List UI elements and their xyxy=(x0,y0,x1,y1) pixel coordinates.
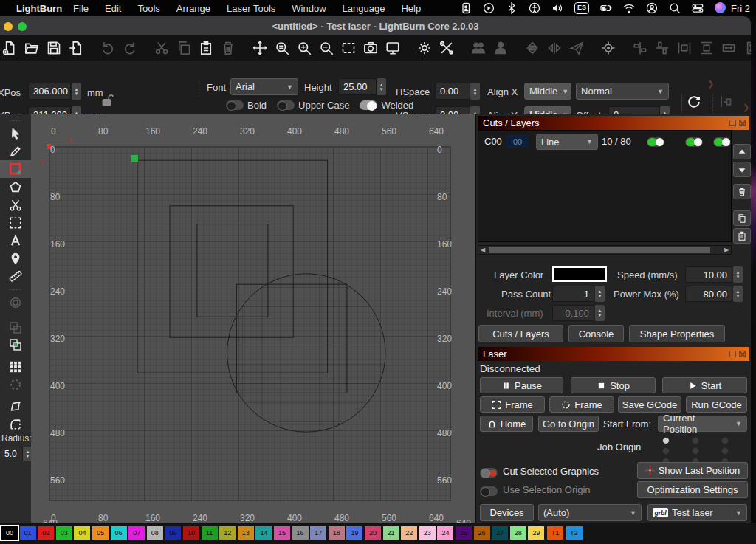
tool-round-corners[interactable] xyxy=(0,416,31,433)
palette-swatch-00[interactable]: 00 xyxy=(1,526,18,540)
palette-swatch-29[interactable]: 29 xyxy=(528,526,544,540)
tool-grid-array[interactable] xyxy=(0,358,31,376)
height-field[interactable]: 25.00 xyxy=(338,78,377,95)
home-button[interactable]: Home xyxy=(480,416,533,432)
menu-item-file[interactable]: File xyxy=(65,3,97,14)
frame-selection-button[interactable] xyxy=(339,39,357,58)
interval-field[interactable]: 0.100 xyxy=(552,305,594,321)
palette-swatch-09[interactable]: 09 xyxy=(165,526,181,540)
palette-swatch-28[interactable]: 28 xyxy=(510,526,526,540)
float-panel-icon[interactable] xyxy=(729,351,736,357)
toolbar-overflow-icon[interactable]: ❯ xyxy=(743,103,749,112)
scrollbar-thumb[interactable] xyxy=(489,247,710,253)
close-panel-icon[interactable] xyxy=(739,351,746,357)
input-source-icon[interactable]: ES xyxy=(574,2,589,14)
layer-delete-button[interactable] xyxy=(733,184,751,199)
canvas-circle[interactable] xyxy=(227,274,385,432)
palette-swatch-27[interactable]: 27 xyxy=(492,526,508,540)
palette-swatch-06[interactable]: 06 xyxy=(111,526,127,540)
tool-snip[interactable] xyxy=(0,196,31,214)
menu-item-arrange[interactable]: Arrange xyxy=(168,3,219,14)
tool-draw-polygon[interactable] xyxy=(0,179,31,196)
job-origin-radio-1-2[interactable] xyxy=(721,447,729,455)
job-origin-radio-0-2[interactable] xyxy=(721,437,729,444)
palette-swatch-19[interactable]: 19 xyxy=(346,526,362,540)
palette-swatch-15[interactable]: 15 xyxy=(274,526,290,540)
menu-item-laser-tools[interactable]: Laser Tools xyxy=(219,3,284,14)
device-settings-button[interactable] xyxy=(415,39,433,58)
tool-shape-warp[interactable] xyxy=(0,398,31,416)
set-origin-button[interactable] xyxy=(599,39,617,58)
wifi-icon[interactable] xyxy=(623,2,635,14)
zoom-button[interactable] xyxy=(18,22,27,31)
tool-boolean-assistant[interactable] xyxy=(0,336,31,354)
show-last-position-button[interactable]: Show Last Position xyxy=(637,462,748,479)
device-dropdown[interactable]: grbl Test laser▼ xyxy=(647,504,747,521)
layer-output-toggle[interactable] xyxy=(647,137,664,147)
volume-icon[interactable] xyxy=(551,2,563,14)
tool-measure[interactable] xyxy=(0,267,31,285)
window-titlebar[interactable]: <untitled> - Test laser - LightBurn Core… xyxy=(0,16,751,35)
palette-swatch-22[interactable]: 22 xyxy=(401,526,417,540)
palette-swatch-23[interactable]: 23 xyxy=(419,526,436,540)
hspace-spinner[interactable]: ▲▼ xyxy=(470,83,480,100)
import-file-button[interactable] xyxy=(66,39,85,58)
devices-button[interactable]: Devices xyxy=(480,504,534,521)
new-file-button[interactable] xyxy=(0,39,18,58)
tool-create-text[interactable] xyxy=(0,232,31,249)
zoom-in-button[interactable] xyxy=(295,39,313,58)
paste-button[interactable] xyxy=(196,39,215,58)
cut-selected-toggle[interactable] xyxy=(480,468,498,478)
job-origin-radio-0-0[interactable] xyxy=(662,437,670,444)
workspace-canvas[interactable]: 0080801601602402403203204004004804805605… xyxy=(31,114,475,523)
speed-field[interactable]: 10.00 xyxy=(685,266,732,283)
toggle-bold-switch[interactable] xyxy=(226,100,244,110)
palette-drag-handle[interactable]: ⋯⋯ xyxy=(0,286,31,293)
stop-button[interactable]: Stop xyxy=(571,377,656,393)
power-max-spinner[interactable]: ▲▼ xyxy=(733,286,743,302)
toolbar-drag-handle[interactable]: ⋮⋮⋮⋮⋮⋮ xyxy=(679,95,684,113)
palette-swatch-24[interactable]: 24 xyxy=(437,526,453,540)
palette-swatch-10[interactable]: 10 xyxy=(183,526,199,540)
menu-item-window[interactable]: Window xyxy=(284,3,334,14)
palette-swatch-03[interactable]: 03 xyxy=(56,526,72,540)
cuts-layers-header[interactable]: Cuts / Layers xyxy=(478,116,749,130)
laser-panel-header[interactable]: Laser xyxy=(478,347,749,361)
float-panel-icon[interactable] xyxy=(729,120,736,126)
job-origin-radio-0-1[interactable] xyxy=(692,437,699,444)
palette-swatch-02[interactable]: 02 xyxy=(38,526,54,540)
toolbar-overflow-icon[interactable]: ❯ xyxy=(707,79,714,89)
pan-view-button[interactable] xyxy=(250,39,269,58)
palette-swatch-14[interactable]: 14 xyxy=(255,526,272,540)
tab-cuts-layers[interactable]: Cuts / Layers xyxy=(478,325,563,342)
port-dropdown[interactable]: (Auto)▼ xyxy=(538,504,642,521)
speed-spinner[interactable]: ▲▼ xyxy=(733,266,743,283)
siri-icon[interactable] xyxy=(715,2,726,14)
palette-swatch-25[interactable]: 25 xyxy=(456,526,472,540)
job-origin-radio-1-0[interactable] xyxy=(662,447,670,455)
palette-swatch-26[interactable]: 26 xyxy=(474,526,490,540)
palette-swatch-04[interactable]: 04 xyxy=(74,526,90,540)
palette-swatch-21[interactable]: 21 xyxy=(383,526,399,540)
text-style-dropdown[interactable]: Normal▼ xyxy=(576,83,669,100)
palette-swatch-20[interactable]: 20 xyxy=(365,526,381,540)
palette-swatch-08[interactable]: 08 xyxy=(147,526,163,540)
layer-move-up-button[interactable] xyxy=(733,144,751,159)
save-gcode-button[interactable]: Save GCode xyxy=(618,396,681,413)
start-from-dropdown[interactable]: Current Position▼ xyxy=(658,416,747,432)
layer-row[interactable]: C00 00 Line▼ 10 / 80 xyxy=(478,134,731,151)
menu-item-help[interactable]: Help xyxy=(393,3,429,14)
radius-field[interactable]: 5.0 xyxy=(1,447,23,461)
layer-color-chip[interactable]: 00 xyxy=(506,135,529,148)
go-to-origin-button[interactable]: Go to Origin xyxy=(538,416,599,432)
power-max-field[interactable]: 80.00 xyxy=(685,286,732,302)
facetime-icon[interactable] xyxy=(646,2,658,14)
xpos-field[interactable]: 306.000 xyxy=(28,83,71,100)
scroll-right-icon[interactable]: ▶ xyxy=(722,246,731,254)
layer-list[interactable]: C00 00 Line▼ 10 / 80 xyxy=(478,130,732,242)
tab-shape-properties[interactable]: Shape Properties xyxy=(629,325,725,342)
alignx-dropdown[interactable]: Middle▼ xyxy=(524,83,571,100)
battery-icon[interactable] xyxy=(600,2,612,14)
menu-item-tools[interactable]: Tools xyxy=(129,3,168,14)
menu-item-edit[interactable]: Edit xyxy=(97,3,129,14)
